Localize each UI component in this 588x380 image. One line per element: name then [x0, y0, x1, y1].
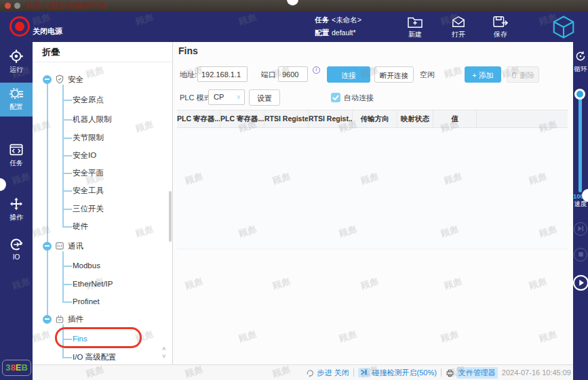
settings-button[interactable]: 设置 — [249, 89, 280, 106]
tree-scroll-arrows[interactable]: ˄˅ — [159, 345, 170, 360]
task-value: <未命名> — [332, 16, 361, 24]
speed-slider-knob[interactable] — [574, 89, 585, 100]
collision-label: 碰撞检测开启(50%) — [372, 368, 437, 378]
loop-icon[interactable] — [574, 50, 587, 62]
column-header[interactable]: PLC 寄存器... — [177, 110, 220, 127]
open-button[interactable]: 打开 — [442, 15, 475, 39]
collapse-toggle-icon[interactable] — [43, 242, 52, 251]
config-gear-icon — [9, 86, 24, 101]
tree-connector-stub — [62, 301, 72, 303]
tree-item-modbus[interactable]: Modbus — [73, 259, 100, 272]
tree-item-safety-plane[interactable]: 安全平面 — [73, 166, 104, 180]
tree-group-safety[interactable]: 安全 — [43, 72, 83, 86]
step-mode-label: 步进 关闭 — [317, 368, 349, 378]
sidebar-item-operate[interactable]: 操作 — [0, 196, 33, 222]
tree-group-plugin[interactable]: 插件 — [43, 312, 83, 326]
task-config-info: 任务<未命名> 配置default* — [315, 14, 361, 39]
plus-icon: + — [472, 71, 476, 79]
window-minimize-button[interactable] — [14, 3, 20, 9]
play-icon — [576, 278, 586, 288]
collapse-toggle-icon[interactable] — [43, 315, 52, 324]
tree-connector-stub — [62, 357, 72, 358]
sidebar-item-task[interactable]: 任务 — [0, 142, 33, 168]
column-header[interactable]: 传输方向 — [353, 110, 397, 127]
tree-item-profinet[interactable]: Profinet — [73, 295, 100, 308]
tree-item-hardware[interactable]: 硬件 — [73, 219, 88, 233]
disconnect-button[interactable]: 断开连接 — [374, 66, 414, 83]
tree-item-io-advanced-config[interactable]: I/O 高级配置 — [73, 350, 117, 364]
communication-icon — [55, 241, 64, 251]
tree-connector-stub — [62, 119, 72, 121]
tree-item-ethernet-ip[interactable]: EtherNet/IP — [73, 277, 113, 291]
step-mode-status[interactable]: 步进 关闭 — [306, 368, 349, 378]
speed-slider-track[interactable] — [579, 93, 582, 192]
skip-forward-icon — [576, 224, 585, 233]
tree-item-label: I/O 高级配置 — [73, 350, 117, 364]
tree-item-joint-limit[interactable]: 关节限制 — [73, 131, 104, 144]
tree-collapse-header[interactable]: 折叠 — [33, 42, 172, 62]
open-file-icon — [450, 15, 467, 28]
operate-move-icon — [9, 196, 24, 211]
tree-connector-stub — [62, 226, 72, 228]
tree-item-label: Profinet — [73, 295, 100, 308]
timestamp: 2024-07-16 10:45:09 — [502, 368, 571, 377]
file-manager-icon — [446, 368, 454, 377]
file-manager-label: 文件管理器 — [456, 367, 498, 379]
column-header[interactable]: RTSI Register — [264, 110, 309, 127]
file-manager-status[interactable]: 文件管理器 — [446, 367, 498, 379]
delete-button[interactable]: 删除 — [507, 66, 539, 83]
loop-label: 循环 — [573, 65, 588, 74]
stop-button[interactable] — [574, 248, 587, 261]
task-label: 任务 — [315, 16, 329, 24]
sidebar-operate-label: 操作 — [0, 213, 33, 222]
fins-config-panel: Fins 地址: 端口 i 连接 断开连接 空闲 + 添加 删除 PLC 模式:… — [173, 42, 573, 364]
port-info-icon[interactable]: i — [313, 66, 320, 74]
collision-detection-status[interactable]: 碰撞检测开启(50%) — [358, 368, 437, 378]
sidebar-item-config[interactable]: 配置 — [0, 83, 33, 117]
column-header[interactable]: 值 — [433, 110, 477, 127]
tree-scrollbar-thumb[interactable] — [169, 191, 172, 242]
tree-connector-stub — [62, 138, 72, 139]
column-header[interactable]: RTSI Regist... — [309, 110, 353, 127]
auto-connect-checkbox[interactable] — [331, 93, 340, 102]
sidebar-item-io[interactable]: IO — [0, 237, 33, 261]
sidebar-item-run[interactable]: 运行 — [0, 49, 33, 75]
connection-status-text: 空闲 — [420, 66, 435, 83]
collapse-toggle-icon[interactable] — [43, 75, 52, 84]
tree-item-label: 安全工具 — [73, 184, 104, 197]
column-header[interactable]: PLC 寄存器... — [220, 110, 264, 127]
tree-connector-stub — [62, 266, 72, 267]
status-bar: 步进 关闭 碰撞检测开启(50%) 文件管理器 2024-07-16 10:45… — [33, 364, 573, 380]
port-input[interactable] — [278, 66, 308, 82]
tree-item-robot-limit[interactable]: 机器人限制 — [73, 112, 112, 126]
address-input[interactable] — [197, 66, 248, 82]
tree-item-label: 硬件 — [73, 219, 88, 233]
app-logo — [551, 14, 576, 40]
save-button[interactable]: 保存 — [484, 15, 517, 39]
tree-connector-line — [62, 251, 64, 301]
connect-button[interactable]: 连接 — [327, 66, 370, 83]
tree-item-safety-io[interactable]: 安全IO — [73, 148, 96, 162]
tree-item-safety-origin[interactable]: 安全原点 — [73, 93, 104, 106]
tree-connector-stub — [62, 173, 72, 174]
step-forward-button[interactable] — [574, 222, 587, 236]
plc-mode-select[interactable]: CP ∨ — [208, 89, 245, 105]
port-label: 端口 — [261, 66, 276, 83]
mapping-table-body — [177, 128, 568, 249]
add-button[interactable]: + 添加 — [465, 66, 501, 83]
run-icon — [9, 49, 24, 64]
window-close-button[interactable] — [5, 3, 11, 9]
tree-item-safety-tool[interactable]: 安全工具 — [73, 184, 104, 197]
stop-icon — [576, 250, 585, 259]
power-icon — [15, 22, 24, 31]
new-button[interactable]: 新建 — [399, 15, 431, 39]
tree-group-communication[interactable]: 通讯 — [43, 239, 83, 253]
power-off-button[interactable] — [9, 16, 30, 37]
config-tree-panel: 折叠 — [33, 42, 173, 364]
column-header[interactable]: 映射状态 — [397, 110, 433, 127]
play-button[interactable] — [573, 275, 588, 291]
tree-item-partial[interactable] — [73, 62, 127, 66]
sidebar-task-label: 任务 — [0, 159, 33, 168]
tree-item-three-position-switch[interactable]: 三位开关 — [73, 202, 104, 215]
app-window: 机器人图形化编程环境 关闭电源 任务<未命名> 配置default* 新建 打开 — [0, 0, 588, 380]
